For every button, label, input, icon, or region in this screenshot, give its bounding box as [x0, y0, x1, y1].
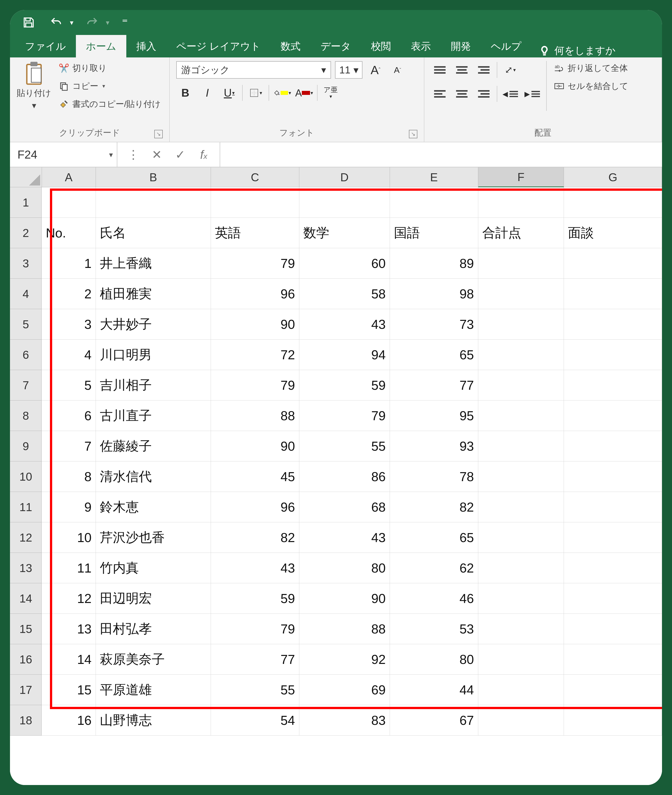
- row-header-12[interactable]: 12: [10, 523, 42, 553]
- cell-B15[interactable]: 田村弘孝: [96, 614, 211, 644]
- cell-E2[interactable]: 国語: [390, 218, 478, 248]
- font-size-dropdown-icon[interactable]: ▾: [354, 64, 358, 76]
- align-center-button[interactable]: [453, 85, 471, 103]
- cell-D16[interactable]: 92: [299, 644, 390, 675]
- paste-button[interactable]: 貼り付け ▾: [16, 61, 51, 111]
- font-size-combo[interactable]: 11 ▾: [335, 61, 362, 79]
- cell-E12[interactable]: 65: [390, 523, 478, 553]
- cell-C12[interactable]: 82: [211, 523, 299, 553]
- row-header-17[interactable]: 17: [10, 675, 42, 705]
- cell-F11[interactable]: [478, 492, 564, 523]
- cell-G2[interactable]: 面談: [564, 218, 662, 248]
- cell-A8[interactable]: 6: [42, 401, 96, 431]
- col-header-C[interactable]: C: [211, 167, 299, 187]
- font-dialog-launcher[interactable]: ↘: [409, 130, 418, 138]
- cell-A2[interactable]: No.: [42, 218, 96, 248]
- cell-G9[interactable]: [564, 431, 662, 462]
- row-header-16[interactable]: 16: [10, 644, 42, 675]
- align-right-button[interactable]: [475, 85, 493, 103]
- copy-dropdown-icon[interactable]: ▾: [102, 83, 105, 90]
- cell-A11[interactable]: 9: [42, 492, 96, 523]
- cell-E5[interactable]: 73: [390, 309, 478, 340]
- cell-G8[interactable]: [564, 401, 662, 431]
- worksheet[interactable]: A B C D E F G 12No.氏名英語数学国語合計点面談31井上香織79…: [10, 167, 662, 785]
- row-header-4[interactable]: 4: [10, 279, 42, 309]
- cell-B13[interactable]: 竹内真: [96, 553, 211, 583]
- cell-C16[interactable]: 77: [211, 644, 299, 675]
- cell-E16[interactable]: 80: [390, 644, 478, 675]
- cell-C11[interactable]: 96: [211, 492, 299, 523]
- cell-G7[interactable]: [564, 370, 662, 401]
- cell-A18[interactable]: 16: [42, 705, 96, 736]
- cell-F4[interactable]: [478, 279, 564, 309]
- cell-F14[interactable]: [478, 583, 564, 614]
- tab-data[interactable]: データ: [310, 35, 361, 58]
- cell-F1[interactable]: [478, 187, 564, 218]
- borders-button[interactable]: ▾: [246, 84, 265, 102]
- cell-A7[interactable]: 5: [42, 370, 96, 401]
- row-header-10[interactable]: 10: [10, 462, 42, 492]
- cell-B4[interactable]: 植田雅実: [96, 279, 211, 309]
- cell-F17[interactable]: [478, 675, 564, 705]
- bold-button[interactable]: B: [176, 84, 194, 102]
- col-header-E[interactable]: E: [390, 167, 478, 187]
- cell-G17[interactable]: [564, 675, 662, 705]
- cell-D4[interactable]: 58: [299, 279, 390, 309]
- cell-F12[interactable]: [478, 523, 564, 553]
- tab-view[interactable]: 表示: [401, 35, 441, 58]
- cell-E10[interactable]: 78: [390, 462, 478, 492]
- cell-F5[interactable]: [478, 309, 564, 340]
- align-top-button[interactable]: [431, 61, 449, 79]
- align-left-button[interactable]: [431, 85, 449, 103]
- undo-dropdown-icon[interactable]: ▾: [70, 18, 74, 27]
- cell-E11[interactable]: 82: [390, 492, 478, 523]
- cell-B6[interactable]: 川口明男: [96, 340, 211, 370]
- increase-indent-button[interactable]: ▶: [523, 85, 541, 103]
- cell-C4[interactable]: 96: [211, 279, 299, 309]
- cell-F10[interactable]: [478, 462, 564, 492]
- cell-A9[interactable]: 7: [42, 431, 96, 462]
- cell-A10[interactable]: 8: [42, 462, 96, 492]
- fill-color-button[interactable]: ▾: [273, 84, 291, 102]
- cell-F8[interactable]: [478, 401, 564, 431]
- font-name-dropdown-icon[interactable]: ▾: [321, 64, 326, 75]
- cell-E8[interactable]: 95: [390, 401, 478, 431]
- cell-G18[interactable]: [564, 705, 662, 736]
- cell-D18[interactable]: 83: [299, 705, 390, 736]
- col-header-A[interactable]: A: [42, 167, 96, 187]
- tab-file[interactable]: ファイル: [15, 35, 76, 58]
- tab-insert[interactable]: 挿入: [126, 35, 166, 58]
- align-middle-button[interactable]: [453, 61, 471, 79]
- row-header-3[interactable]: 3: [10, 248, 42, 279]
- cell-F3[interactable]: [478, 248, 564, 279]
- col-header-B[interactable]: B: [96, 167, 211, 187]
- decrease-indent-button[interactable]: ◀: [501, 85, 519, 103]
- cell-C14[interactable]: 59: [211, 583, 299, 614]
- paste-dropdown-icon[interactable]: ▾: [32, 100, 36, 111]
- cell-E17[interactable]: 44: [390, 675, 478, 705]
- cell-G10[interactable]: [564, 462, 662, 492]
- cell-C2[interactable]: 英語: [211, 218, 299, 248]
- row-header-5[interactable]: 5: [10, 309, 42, 340]
- cell-G12[interactable]: [564, 523, 662, 553]
- tell-me-search[interactable]: 何をしますか: [531, 44, 623, 58]
- col-header-G[interactable]: G: [564, 167, 662, 187]
- cell-B18[interactable]: 山野博志: [96, 705, 211, 736]
- cell-C6[interactable]: 72: [211, 340, 299, 370]
- tab-review[interactable]: 校閲: [361, 35, 401, 58]
- cell-F13[interactable]: [478, 553, 564, 583]
- name-box[interactable]: F24 ▾: [10, 142, 117, 167]
- qat-customize-icon[interactable]: ⁼: [122, 16, 128, 29]
- cut-button[interactable]: ✂️ 切り取り: [56, 61, 163, 75]
- cell-E14[interactable]: 46: [390, 583, 478, 614]
- cell-B2[interactable]: 氏名: [96, 218, 211, 248]
- cell-G13[interactable]: [564, 553, 662, 583]
- cell-C18[interactable]: 54: [211, 705, 299, 736]
- phonetic-button[interactable]: ア亜▾: [322, 84, 339, 102]
- cell-E4[interactable]: 98: [390, 279, 478, 309]
- cell-E3[interactable]: 89: [390, 248, 478, 279]
- cell-D8[interactable]: 79: [299, 401, 390, 431]
- row-header-6[interactable]: 6: [10, 340, 42, 370]
- cell-D6[interactable]: 94: [299, 340, 390, 370]
- merge-center-button[interactable]: セルを結合して: [552, 79, 630, 93]
